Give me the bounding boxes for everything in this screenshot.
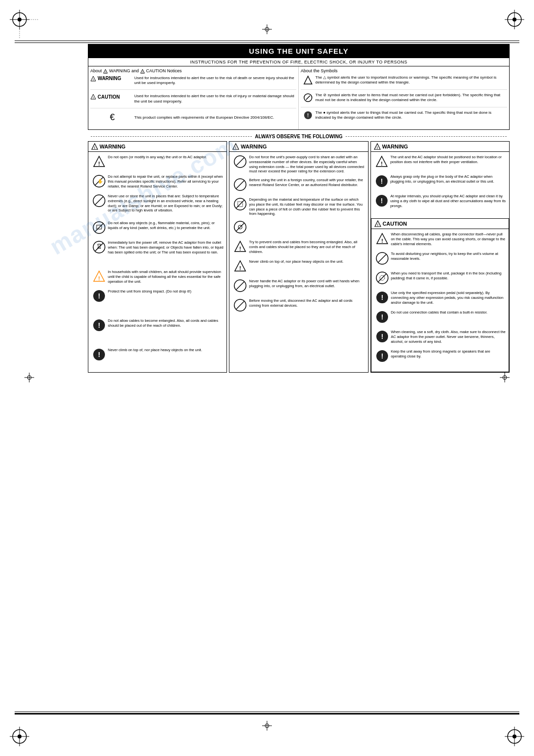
warning-col-1: ! WARNING ! Do not open (or modify in an… [88, 141, 227, 373]
warning-icon: ! [90, 76, 96, 82]
info-circle-c-4: ! [375, 349, 389, 363]
svg-line-51 [95, 197, 103, 205]
warn-icon-3-2: ! [374, 174, 389, 190]
caution-subsection: ! CAUTION ! When disconnecting all cable… [371, 218, 509, 372]
warning-col1-icon: ! [91, 143, 98, 150]
warn-item-2-2: Before using the unit in a foreign count… [232, 178, 365, 193]
svg-line-82 [236, 282, 244, 290]
svg-text:!: ! [93, 78, 94, 81]
warn-icon-2-7 [232, 279, 247, 294]
warning-col-2-header: ! WARNING [229, 142, 368, 152]
caution-col-3-body: ! When disconnecting all cables, grasp t… [371, 229, 509, 372]
reg-mark-left [24, 373, 34, 383]
symbol-row-filled: ! The ● symbol alerts the user to things… [301, 110, 507, 125]
corner-mark-tr [495, 10, 524, 39]
spacer-2 [91, 260, 224, 270]
svg-text:!: ! [376, 146, 377, 149]
warn-icon-2-8 [232, 298, 247, 314]
caution-row: ! CAUTION Used for instructions intended… [90, 94, 296, 108]
circle-symbol-text: The ⊘ symbol alerts the user to items th… [315, 93, 507, 103]
warn-text-2-2: Before using the unit in a foreign count… [249, 178, 365, 188]
caution-col3-icon: ! [374, 220, 381, 227]
warn-icon-1-4 [91, 221, 106, 236]
warn-icon-1-6: ! [91, 270, 106, 285]
info-circle-c-2: ! [375, 310, 389, 324]
warn-text-1-1: Do not open (or modify in any way) the u… [108, 155, 224, 160]
reg-mark-bottom [262, 721, 272, 732]
no-overload-icon [233, 155, 247, 168]
info-circle-icon3: ! [92, 348, 106, 361]
warn-icon-c-6: ! [374, 330, 389, 345]
no-liquid-icon [92, 240, 106, 254]
bottom-rule-thin [15, 712, 519, 712]
top-rule [15, 41, 519, 41]
warn-item-c-5: ! Do not use connection cables that cont… [374, 310, 506, 326]
warning-col-1-header: ! WARNING [88, 142, 226, 152]
warn-icon-c-5: ! [374, 310, 389, 326]
warn-icon-1-7: ! [91, 289, 106, 305]
triangle-cable-icon: ! [233, 240, 247, 253]
warning-desc: Used for instructions intended to alert … [134, 76, 296, 86]
svg-text:!: ! [381, 238, 383, 244]
warning-col-3-warning-body: ! The unit and the AC adaptor should be … [371, 152, 509, 216]
svg-text:!: ! [93, 96, 94, 99]
warn-icon-1-2: ✋ [91, 174, 106, 190]
warn-text-1-2: Do not attempt to repair the unit, or re… [108, 174, 224, 189]
compliance-row: € This product complies with requirement… [90, 112, 296, 123]
info-circle-c-1: ! [375, 291, 389, 304]
svg-text:!: ! [380, 197, 383, 205]
warn-text-c-7: Keep the unit away from strong magnets o… [391, 349, 506, 359]
ce-mark: € [90, 112, 134, 123]
warn-icon-2-1 [232, 155, 247, 170]
svg-text:✋: ✋ [98, 178, 103, 184]
reg-mark-top [262, 24, 272, 35]
warn-icon-3-3: ! [374, 194, 389, 210]
no-loud-icon [375, 252, 389, 265]
warn-text-c-6: When cleaning, use a soft, dry cloth. Al… [391, 330, 506, 344]
warn-item-c-4: ! Use only the specified expression peda… [374, 291, 506, 306]
filled-symbol-icon: ! [301, 110, 315, 122]
warn-item-c-1: ! When disconnecting all cables, grasp t… [374, 232, 506, 248]
warn-item-2-7: Never handle the AC adaptor or its power… [232, 279, 365, 294]
warning-columns: ! WARNING ! Do not open (or modify in an… [88, 141, 510, 373]
caution-col3-header: ! CAUTION [371, 219, 509, 229]
warn-item-1-5: Immediately turn the power off, remove t… [91, 240, 224, 256]
warn-icon-1-9: ! [91, 348, 106, 363]
no-camera-icon [233, 220, 247, 234]
warn-item-2-8: Before moving the unit, disconnect the A… [232, 298, 365, 314]
caution-label: ! CAUTION [90, 94, 134, 100]
warn-item-3-2: ! Always grasp only the plug or the body… [374, 174, 506, 190]
caution-tri-icon: ! [140, 69, 145, 74]
warn-item-2-6: ! Never climb on top of, nor place heavy… [232, 259, 365, 275]
svg-text:!: ! [98, 321, 101, 329]
warn-text-1-8: Do not allow cables to become entangled.… [108, 318, 224, 328]
always-observe-banner: ALWAYS OBSERVE THE FOLLOWING [88, 134, 510, 139]
warn-text-1-7: Protect the unit from strong impact. (Do… [108, 289, 224, 294]
warn-text-2-5: Try to prevent cords and cables from bec… [249, 240, 365, 254]
warning-col2-title: WARNING [241, 144, 267, 149]
corner-mark-bl [10, 717, 39, 746]
svg-text:!: ! [381, 313, 383, 321]
warn-text-1-9: Never climb on top of, nor place heavy o… [108, 348, 224, 353]
warn-item-1-1: ! Do not open (or modify in any way) the… [91, 155, 224, 170]
warn-icon-2-6: ! [232, 259, 247, 275]
warn-text-3-2: Always grasp only the plug or the body o… [390, 174, 506, 184]
svg-text:!: ! [381, 161, 383, 167]
svg-text:!: ! [381, 352, 383, 360]
warn-icon-2-5: ! [232, 240, 247, 255]
triangle-warn-icon: ! [92, 155, 106, 168]
svg-text:!: ! [239, 265, 241, 271]
warning-col-2: ! WARNING Do not force the unit's power-… [229, 141, 368, 373]
warn-icon-c-4: ! [374, 291, 389, 306]
info-circle-3-2: ! [375, 194, 389, 208]
symbol-row-circle: The ⊘ symbol alerts the user to items th… [301, 93, 507, 107]
warning-col3-title: WARNING [382, 144, 408, 149]
svg-text:!: ! [98, 292, 101, 300]
spacer-4 [91, 338, 224, 348]
main-content: USING THE UNIT SAFELY INSTRUCTIONS FOR T… [88, 44, 510, 707]
warn-icon-2-4 [232, 220, 247, 236]
warn-text-1-5: Immediately turn the power off, remove t… [108, 240, 224, 254]
warn-text-2-3: Depending on the material and temperatur… [249, 197, 365, 216]
filled-symbol-text: The ● symbol alerts the user to things t… [315, 110, 507, 121]
warn-icon-3-1: ! [374, 155, 389, 170]
